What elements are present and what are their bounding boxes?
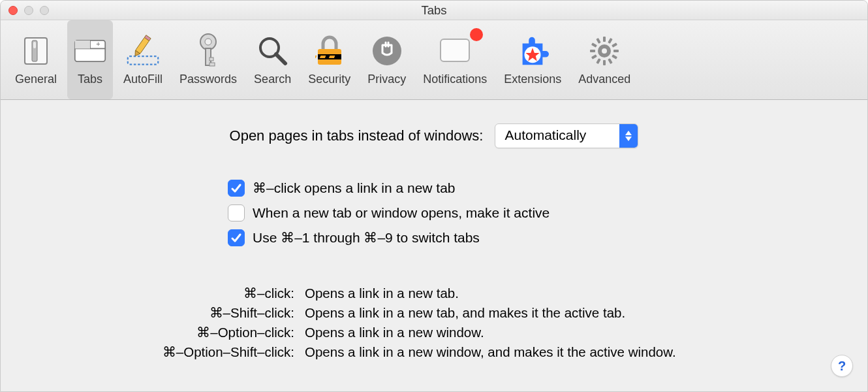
toolbar-notifications[interactable]: Notifications — [416, 20, 493, 99]
help-icon: ? — [838, 359, 846, 374]
advanced-icon — [588, 35, 621, 67]
check-cmd-number-switch[interactable]: Use ⌘–1 through ⌘–9 to switch tabs — [228, 229, 867, 246]
tab-options-list: ⌘–click opens a link in a new tab When a… — [1, 180, 867, 246]
svg-point-30 — [602, 48, 607, 54]
toolbar-passwords[interactable]: Passwords — [173, 20, 243, 99]
open-pages-select-value: Automatically — [495, 124, 619, 148]
preferences-toolbar: General + Tabs — [1, 20, 867, 100]
svg-marker-31 — [625, 131, 632, 135]
hint-key: ⌘–click: — [1, 286, 294, 301]
search-icon — [256, 35, 289, 67]
toolbar-label: Search — [254, 73, 291, 86]
hint-desc: Opens a link in a new window, and makes … — [305, 344, 867, 360]
check-label: Use ⌘–1 through ⌘–9 to switch tabs — [253, 230, 480, 246]
svg-text:+: + — [96, 40, 100, 48]
svg-rect-22 — [320, 56, 326, 58]
hint-desc: Opens a link in a new window. — [305, 325, 867, 340]
toolbar-label: Security — [308, 73, 350, 86]
toolbar-label: Privacy — [367, 73, 406, 86]
svg-rect-2 — [33, 42, 36, 48]
svg-rect-6 — [75, 41, 90, 49]
svg-point-13 — [205, 39, 211, 45]
hint-desc: Opens a link in a new tab. — [305, 286, 867, 301]
shortcut-hints: ⌘–click: Opens a link in a new tab. ⌘–Sh… — [1, 286, 867, 360]
tabs-icon: + — [74, 35, 106, 67]
toolbar-label: General — [15, 73, 57, 86]
autofill-icon — [127, 35, 159, 67]
svg-rect-29 — [603, 37, 606, 42]
privacy-icon — [371, 35, 403, 67]
zoom-window-button[interactable] — [40, 6, 49, 15]
toolbar-tabs[interactable]: + Tabs — [67, 20, 113, 99]
help-button[interactable]: ? — [831, 355, 853, 377]
svg-marker-32 — [625, 137, 632, 141]
toolbar-privacy[interactable]: Privacy — [361, 20, 412, 99]
open-pages-label: Open pages in tabs instead of windows: — [230, 127, 484, 144]
svg-rect-23 — [329, 56, 335, 58]
svg-rect-8 — [128, 56, 158, 65]
security-icon — [313, 35, 346, 67]
checkbox-icon — [228, 229, 245, 246]
toolbar-label: Tabs — [78, 73, 102, 86]
preferences-window: Tabs General + — [0, 0, 868, 392]
toolbar-label: Passwords — [179, 73, 237, 86]
toolbar-label: Notifications — [423, 73, 487, 86]
hint-key: ⌘–Shift–click: — [1, 305, 294, 321]
open-pages-select[interactable]: Automatically — [495, 123, 638, 148]
check-label: When a new tab or window opens, make it … — [253, 205, 550, 221]
check-label: ⌘–click opens a link in a new tab — [253, 180, 456, 196]
svg-rect-15 — [209, 57, 213, 61]
window-title: Tabs — [1, 3, 867, 18]
svg-line-18 — [276, 54, 285, 63]
notifications-icon — [439, 35, 471, 67]
toolbar-general[interactable]: General — [8, 20, 63, 99]
passwords-icon — [192, 35, 225, 67]
toolbar-label: Advanced — [578, 73, 630, 86]
extensions-icon — [516, 35, 549, 67]
svg-rect-16 — [209, 63, 215, 66]
tabs-settings-pane: Open pages in tabs instead of windows: A… — [1, 100, 867, 391]
checkbox-icon — [228, 204, 245, 221]
toolbar-advanced[interactable]: Advanced — [572, 20, 637, 99]
toolbar-security[interactable]: Security — [302, 20, 357, 99]
hint-desc: Opens a link in a new tab, and makes it … — [305, 305, 867, 321]
select-chevrons-icon — [619, 124, 638, 148]
minimize-window-button[interactable] — [24, 6, 33, 15]
toolbar-search[interactable]: Search — [247, 20, 298, 99]
toolbar-autofill[interactable]: AutoFill — [117, 20, 169, 99]
checkbox-icon — [228, 180, 245, 197]
toolbar-label: Extensions — [504, 73, 561, 86]
hint-key: ⌘–Option–click: — [1, 325, 294, 340]
close-window-button[interactable] — [8, 6, 18, 15]
titlebar: Tabs — [1, 1, 867, 20]
check-make-active[interactable]: When a new tab or window opens, make it … — [228, 204, 867, 221]
general-icon — [20, 35, 52, 67]
open-pages-row: Open pages in tabs instead of windows: A… — [1, 123, 867, 148]
check-cmd-click-new-tab[interactable]: ⌘–click opens a link in a new tab — [228, 180, 867, 197]
svg-rect-21 — [315, 56, 317, 58]
svg-rect-25 — [441, 39, 469, 61]
toolbar-extensions[interactable]: Extensions — [497, 20, 568, 99]
svg-point-24 — [373, 37, 401, 65]
toolbar-label: AutoFill — [123, 73, 163, 86]
hint-key: ⌘–Option–Shift–click: — [1, 344, 294, 360]
notification-badge — [470, 28, 483, 41]
traffic-lights — [8, 6, 49, 15]
